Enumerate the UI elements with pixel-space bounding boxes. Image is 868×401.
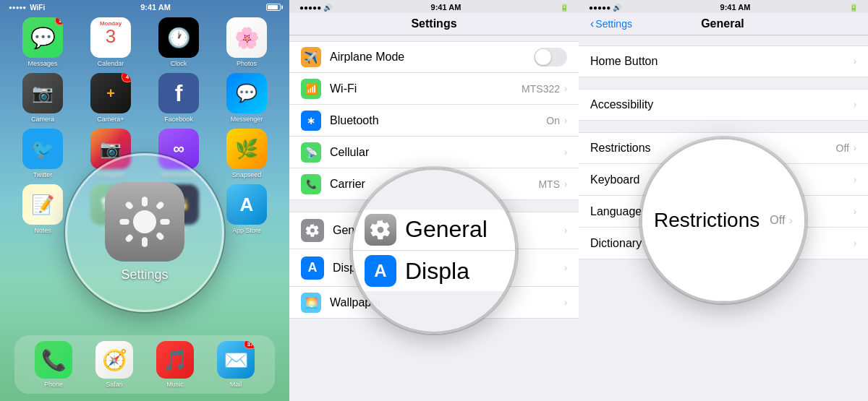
wifi-icon: WiFi xyxy=(30,4,45,12)
app-label-snapseed: Snapseed xyxy=(232,171,262,178)
magnify-chevron-icon: › xyxy=(789,215,793,226)
settings-row-cellular[interactable]: 📡 Cellular › xyxy=(289,137,579,168)
app-calendar[interactable]: Monday 3 Calendar xyxy=(80,17,142,67)
svg-rect-7 xyxy=(124,233,134,243)
app-snapseed[interactable]: 🌿 Snapseed xyxy=(216,129,278,178)
gear-icon-small xyxy=(305,223,320,238)
general-separator-mid xyxy=(579,77,868,83)
chevron-icon-restrictions: › xyxy=(854,143,856,153)
gear-icon xyxy=(116,193,174,251)
app-cameraplus[interactable]: + 4 Camera+ xyxy=(80,73,142,123)
app-icon-appstore: A xyxy=(226,184,267,225)
app-appstore[interactable]: A App Store xyxy=(216,184,278,234)
chevron-icon-language: › xyxy=(854,207,856,217)
app-label-calendar: Calendar xyxy=(98,60,124,67)
settings-row-airplane[interactable]: ✈️ Airplane Mode xyxy=(289,41,579,73)
chevron-icon-wifi: › xyxy=(564,84,567,94)
general-separator-2 xyxy=(579,121,868,126)
svg-rect-8 xyxy=(156,201,165,210)
dock-music[interactable]: 🎵 Music xyxy=(156,341,194,388)
magnify-restrictions-label: Restrictions xyxy=(654,209,770,232)
settings-icon-general xyxy=(301,219,324,242)
app-label-safari: Safari xyxy=(106,381,123,388)
magnify-display-icon: A xyxy=(365,255,396,287)
app-label-messages: Messages xyxy=(27,60,57,67)
status-left: ●●●●● WiFi xyxy=(9,4,45,12)
chevron-icon-homebutton: › xyxy=(854,56,856,66)
app-icon-camera: 📷 xyxy=(22,73,63,113)
general-status-bar: ●●●●● 🔊 9:41 AM 🔋 xyxy=(579,0,868,13)
app-icon-music: 🎵 xyxy=(156,341,194,379)
app-photos[interactable]: 🌸 Photos xyxy=(216,17,278,67)
app-facebook[interactable]: f Facebook xyxy=(148,73,210,123)
settings-row-wifi[interactable]: 📶 Wi-Fi MTS322 › xyxy=(289,73,579,105)
general-row-homebutton[interactable]: Home Button › xyxy=(579,46,868,77)
app-label-facebook: Facebook xyxy=(164,116,193,123)
magnify-general-inner: Restrictions Off › xyxy=(642,139,804,301)
general-row-accessibility[interactable]: Accessibility › xyxy=(579,89,868,121)
app-icon-notes: 📝 xyxy=(22,184,63,225)
magnify-settings-icon xyxy=(105,182,184,262)
chevron-icon-wallpaper: › xyxy=(564,298,567,308)
general-label-accessibility: Accessibility xyxy=(590,98,854,111)
app-label-appstore: App Store xyxy=(232,227,261,234)
chevron-icon-keyboard: › xyxy=(854,175,856,185)
app-label-clock: Clock xyxy=(171,60,187,67)
app-icon-snapseed: 🌿 xyxy=(226,129,267,169)
svg-rect-6 xyxy=(156,231,165,241)
svg-rect-1 xyxy=(142,197,148,206)
dock-mail[interactable]: ✉️ 37 Mail xyxy=(217,341,255,388)
magnify-restrictions-row: Restrictions Off › xyxy=(642,139,804,301)
app-twitter[interactable]: 🐦 Twitter xyxy=(12,129,74,178)
settings-row-bluetooth[interactable]: ∗ Bluetooth On › xyxy=(289,105,579,137)
app-icon-messenger: 💬 xyxy=(226,73,267,113)
dock-phone[interactable]: 📞 Phone xyxy=(35,341,72,388)
app-label-music: Music xyxy=(166,381,184,388)
magnify-general-circle: General A Displa xyxy=(351,168,517,334)
app-label-photos: Photos xyxy=(237,60,257,67)
magnify-general-label: General xyxy=(405,216,488,243)
general-nav-bar: ‹ Settings General xyxy=(579,13,868,35)
settings-carrier: ●●●●● 🔊 xyxy=(299,4,332,12)
general-group-top: Home Button › xyxy=(579,46,868,77)
settings-nav-bar: Settings xyxy=(289,13,579,35)
settings-nav-title: Settings xyxy=(411,17,456,30)
airplane-toggle[interactable] xyxy=(534,48,567,66)
general-nav-back[interactable]: ‹ Settings xyxy=(590,17,632,30)
app-label-twitter: Twitter xyxy=(33,171,53,178)
app-label-messenger: Messenger xyxy=(231,116,263,123)
app-clock[interactable]: 🕐 Clock xyxy=(148,17,210,67)
chevron-icon-carrier: › xyxy=(564,179,567,189)
chevron-left-icon: ‹ xyxy=(590,17,594,30)
panel-settings: ●●●●● 🔊 9:41 AM 🔋 Settings ✈️ Airplane M… xyxy=(289,0,579,401)
general-back-label: Settings xyxy=(595,18,632,30)
app-messages[interactable]: 💬 1 Messages xyxy=(12,17,74,67)
magnify-restrictions-value: Off xyxy=(770,214,785,227)
magnify-general-row: General xyxy=(353,210,515,251)
dock: 📞 Phone 🧭 Safari 🎵 Music ✉️ 37 Mail xyxy=(14,335,275,394)
app-camera[interactable]: 📷 Camera xyxy=(12,73,74,123)
settings-label-bluetooth: Bluetooth xyxy=(330,114,546,127)
settings-icon-wallpaper: 🌅 xyxy=(301,293,321,313)
general-separator-top xyxy=(579,35,868,40)
general-group-accessibility: Accessibility › xyxy=(579,89,868,121)
app-label-phone: Phone xyxy=(44,381,63,388)
app-icon-photos: 🌸 xyxy=(226,17,267,58)
svg-rect-3 xyxy=(119,219,129,225)
general-label-homebutton: Home Button xyxy=(590,55,854,68)
settings-icon-airplane: ✈️ xyxy=(301,47,321,67)
app-icon-twitter: 🐦 xyxy=(22,129,63,169)
magnify-display-label: Displa xyxy=(405,258,469,285)
chevron-icon-general: › xyxy=(564,225,567,236)
app-label-cameraplus: Camera+ xyxy=(97,116,124,123)
app-icon-calendar: Monday 3 xyxy=(90,17,131,58)
dock-safari[interactable]: 🧭 Safari xyxy=(95,341,133,388)
chevron-icon-cellular: › xyxy=(564,147,567,158)
app-messenger[interactable]: 💬 Messenger xyxy=(216,73,278,123)
app-icon-cameraplus: + 4 xyxy=(90,73,131,113)
magnify-settings-circle[interactable]: Settings xyxy=(65,153,224,312)
magnify-restrictions-circle: Restrictions Off › xyxy=(640,137,807,303)
app-notes[interactable]: 📝 Notes xyxy=(12,184,74,234)
general-time: 9:41 AM xyxy=(720,3,751,12)
carrier-dots: ●●●●● xyxy=(9,4,26,11)
